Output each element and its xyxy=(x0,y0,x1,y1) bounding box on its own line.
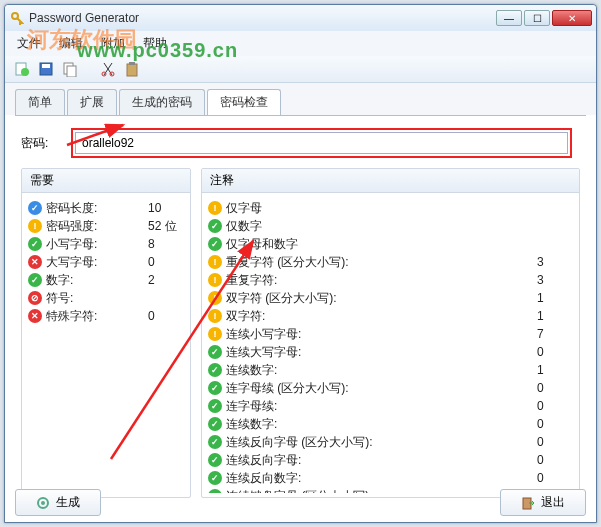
maximize-button[interactable]: ☐ xyxy=(524,10,550,26)
item-label: 连字母续: xyxy=(226,398,537,414)
svg-rect-4 xyxy=(42,64,50,68)
close-button[interactable]: ✕ xyxy=(552,10,592,26)
annotations-list[interactable]: !仅字母✓仅数字✓仅字母和数字!重复字符 (区分大小写):3!重复字符:3!双字… xyxy=(202,193,579,493)
tool-new-icon[interactable] xyxy=(13,60,31,78)
app-icon xyxy=(9,10,25,26)
item-value: 0 xyxy=(537,344,573,360)
list-item: !双字符 (区分大小写):1 xyxy=(206,289,575,307)
menu-help[interactable]: 帮助 xyxy=(139,33,171,54)
item-label: 数字: xyxy=(46,272,148,288)
ok-icon: ✓ xyxy=(208,219,222,233)
item-value: 3 xyxy=(537,272,573,288)
tab-generated[interactable]: 生成的密码 xyxy=(119,89,205,115)
gear-icon xyxy=(36,496,50,510)
warn-icon: ! xyxy=(208,255,222,269)
ok-icon: ✓ xyxy=(208,471,222,485)
list-item: ✓连续数字:1 xyxy=(206,361,575,379)
warn-icon: ! xyxy=(208,201,222,215)
password-highlight-box xyxy=(71,128,572,158)
ok-icon: ✓ xyxy=(208,417,222,431)
list-item: !重复字符:3 xyxy=(206,271,575,289)
item-value: 1 xyxy=(537,308,573,324)
minimize-button[interactable]: — xyxy=(496,10,522,26)
item-value: 8 xyxy=(148,236,184,252)
info-icon: ✓ xyxy=(28,201,42,215)
tab-simple[interactable]: 简单 xyxy=(15,89,65,115)
list-item: !双字符:1 xyxy=(206,307,575,325)
svg-point-7 xyxy=(102,72,106,76)
tool-cut-icon[interactable] xyxy=(99,60,117,78)
tab-check[interactable]: 密码检查 xyxy=(207,89,281,115)
item-value: 7 xyxy=(537,326,573,342)
list-item: ✓密码长度:10 xyxy=(26,199,186,217)
tool-save-icon[interactable] xyxy=(37,60,55,78)
warn-icon: ! xyxy=(208,309,222,323)
menu-file[interactable]: 文件 xyxy=(13,33,45,54)
ok-icon: ✓ xyxy=(208,345,222,359)
list-item: !重复字符 (区分大小写):3 xyxy=(206,253,575,271)
item-value: 10 xyxy=(148,200,184,216)
toolbar xyxy=(5,56,596,83)
list-item: !连续小写字母:7 xyxy=(206,325,575,343)
requirements-title: 需要 xyxy=(22,169,190,193)
list-item: ✓连续反向字母:0 xyxy=(206,451,575,469)
item-value: 0 xyxy=(537,380,573,396)
tab-bar: 简单 扩展 生成的密码 密码检查 xyxy=(5,83,596,115)
svg-rect-6 xyxy=(67,66,76,77)
list-item: ✓仅数字 xyxy=(206,217,575,235)
tab-extended[interactable]: 扩展 xyxy=(67,89,117,115)
menu-extra[interactable]: 附加 xyxy=(97,33,129,54)
item-label: 特殊字符: xyxy=(46,308,148,324)
list-item: ✓连续大写字母:0 xyxy=(206,343,575,361)
list-item: ✓数字:2 xyxy=(26,271,186,289)
list-item: ✓连续数字:0 xyxy=(206,415,575,433)
list-item: ✕特殊字符:0 xyxy=(26,307,186,325)
content-area: 密码: 需要 ✓密码长度:10!密码强度:52 位✓小写字母:8✕大写字母:0✓… xyxy=(15,115,586,503)
tool-copy-icon[interactable] xyxy=(61,60,79,78)
generate-button[interactable]: 生成 xyxy=(15,489,101,516)
requirements-panel: 需要 ✓密码长度:10!密码强度:52 位✓小写字母:8✕大写字母:0✓数字:2… xyxy=(21,168,191,498)
item-value: 3 xyxy=(537,254,573,270)
item-value: 0 xyxy=(537,398,573,414)
ban-icon: ⊘ xyxy=(28,291,42,305)
tool-paste-icon[interactable] xyxy=(123,60,141,78)
list-item: !密码强度:52 位 xyxy=(26,217,186,235)
err-icon: ✕ xyxy=(28,309,42,323)
generate-label: 生成 xyxy=(56,494,80,511)
exit-button[interactable]: 退出 xyxy=(500,489,586,516)
warn-icon: ! xyxy=(208,327,222,341)
list-item: ⊘符号: xyxy=(26,289,186,307)
annotations-title: 注释 xyxy=(202,169,579,193)
item-label: 密码长度: xyxy=(46,200,148,216)
menu-edit[interactable]: 编辑 xyxy=(55,33,87,54)
item-label: 连续数字: xyxy=(226,362,537,378)
item-value: 0 xyxy=(537,434,573,450)
item-label: 连字母续 (区分大小写): xyxy=(226,380,537,396)
list-item: ✓小写字母:8 xyxy=(26,235,186,253)
item-value: 0 xyxy=(148,308,184,324)
ok-icon: ✓ xyxy=(28,237,42,251)
list-item: ✓仅字母和数字 xyxy=(206,235,575,253)
item-value: 2 xyxy=(148,272,184,288)
ok-icon: ✓ xyxy=(208,453,222,467)
svg-point-2 xyxy=(21,68,29,76)
item-label: 大写字母: xyxy=(46,254,148,270)
list-item: ✓连字母续:0 xyxy=(206,397,575,415)
password-label: 密码: xyxy=(21,135,71,152)
window-title: Password Generator xyxy=(29,11,496,25)
titlebar[interactable]: Password Generator — ☐ ✕ xyxy=(5,5,596,31)
item-label: 仅字母 xyxy=(226,200,537,216)
item-label: 重复字符 (区分大小写): xyxy=(226,254,537,270)
item-label: 仅数字 xyxy=(226,218,537,234)
item-value: 0 xyxy=(537,470,573,486)
door-icon xyxy=(521,496,535,510)
warn-icon: ! xyxy=(208,273,222,287)
item-label: 连续小写字母: xyxy=(226,326,537,342)
app-window: Password Generator — ☐ ✕ 文件 编辑 附加 帮助 河东软… xyxy=(4,4,597,523)
annotations-panel: 注释 !仅字母✓仅数字✓仅字母和数字!重复字符 (区分大小写):3!重复字符:3… xyxy=(201,168,580,498)
svg-point-8 xyxy=(110,72,114,76)
password-input[interactable] xyxy=(75,132,568,154)
item-label: 双字符: xyxy=(226,308,537,324)
err-icon: ✕ xyxy=(28,255,42,269)
item-label: 密码强度: xyxy=(46,218,148,234)
